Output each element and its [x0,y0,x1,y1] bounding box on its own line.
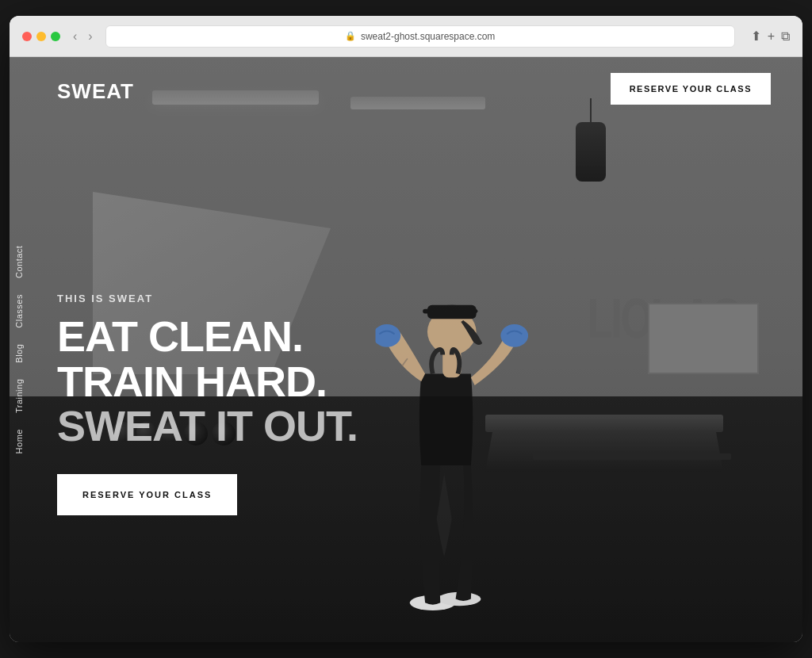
site-logo: SWEAT [57,79,134,104]
address-bar[interactable]: 🔒 sweat2-ghost.squarespace.com [105,25,735,48]
sidebar-item-blog[interactable]: Blog [14,344,24,363]
reserve-class-button-top[interactable]: RESERVE YOUR CLASS [611,73,771,105]
headline-line1: EAT CLEAN. [57,312,303,360]
headline-line2: TRAIN HARD. [57,358,327,405]
sidebar-item-training[interactable]: Training [14,379,24,413]
lock-icon: 🔒 [345,31,356,41]
maximize-button[interactable] [51,32,60,41]
sidebar-item-home[interactable]: Home [14,429,24,453]
sidebar-nav-items: Home Training Blog Classes Contact [14,246,24,454]
sidebar-nav: Home Training Blog Classes Contact [10,345,29,354]
svg-rect-7 [427,305,477,319]
back-button[interactable]: ‹ [70,28,80,45]
svg-rect-8 [423,309,432,314]
headline-line3: SWEAT IT OUT. [57,402,358,450]
boxer-figure [375,198,528,610]
hero-content: THIS IS SWEAT EAT CLEAN. TRAIN HARD. SWE… [57,293,358,515]
toolbar-buttons: ⬆ + ⧉ [751,29,790,44]
sidebar-item-contact[interactable]: Contact [14,246,24,278]
browser-window: ‹ › 🔒 sweat2-ghost.squarespace.com ⬆ + ⧉ [10,16,802,642]
svg-point-3 [500,324,528,347]
nav-buttons: ‹ › [70,28,96,45]
hero-section: LIOL AG [10,57,802,642]
new-tab-button[interactable]: + [768,29,775,44]
reserve-class-button-bottom[interactable]: RESERVE YOUR CLASS [57,474,237,515]
hero-headline: EAT CLEAN. TRAIN HARD. SWEAT IT OUT. [57,314,358,449]
close-button[interactable] [22,32,32,41]
tabs-button[interactable]: ⧉ [781,29,790,44]
minimize-button[interactable] [36,32,46,41]
browser-content: LIOL AG [10,57,802,642]
forward-button[interactable]: › [85,28,95,45]
url-text: sweat2-ghost.squarespace.com [361,31,495,42]
browser-chrome: ‹ › 🔒 sweat2-ghost.squarespace.com ⬆ + ⧉ [10,16,802,57]
traffic-lights [22,32,60,41]
share-button[interactable]: ⬆ [751,29,761,44]
sidebar-item-classes[interactable]: Classes [14,294,24,328]
hero-subtitle: THIS IS SWEAT [57,293,358,304]
